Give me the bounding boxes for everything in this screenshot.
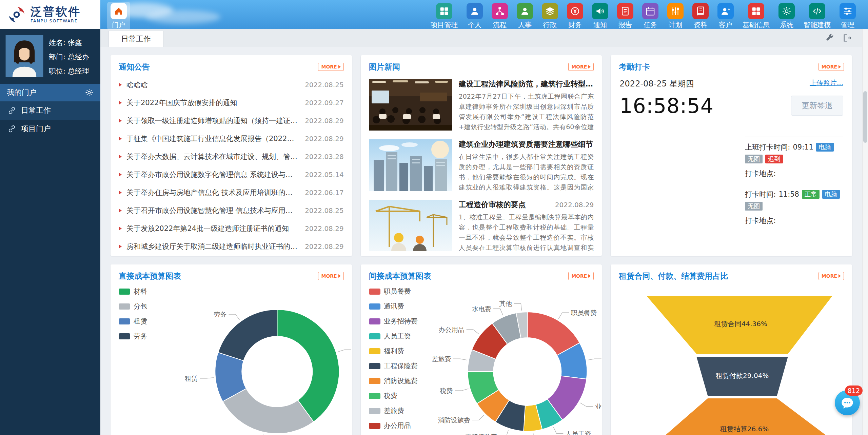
tab-daily-work[interactable]: 日常工作 bbox=[108, 31, 163, 47]
topbar-module-notification[interactable]: 通知 bbox=[589, 2, 612, 30]
attendance-more-button[interactable]: MORE bbox=[818, 63, 844, 71]
notices-more-button[interactable]: MORE bbox=[318, 63, 343, 71]
more-label: MORE bbox=[822, 64, 837, 70]
notice-item[interactable]: 关于举办大数据、云计算技术在城市建设、规划、管理与...2022.03.28 bbox=[111, 147, 352, 165]
legend-item-4[interactable]: 福利费 bbox=[369, 347, 418, 356]
status-badge: 无图 bbox=[745, 155, 763, 163]
slice-label: 其他 bbox=[499, 300, 512, 307]
notice-title: 关于举办大数据、云计算技术在城市建设、规划、管理与... bbox=[126, 152, 299, 161]
legend-item-8[interactable]: 差旅费 bbox=[369, 406, 418, 415]
portal-icon bbox=[111, 3, 127, 19]
system-icon bbox=[778, 3, 795, 19]
topbar-module-basic-info[interactable]: 基础信息 bbox=[739, 2, 773, 30]
donut-slice-1[interactable] bbox=[223, 389, 314, 434]
notice-item[interactable]: 关于举办市政公用设施数字化管理信息 系统建设与应用培...2022.05.14 bbox=[111, 165, 352, 183]
sidebar-item-daily-work[interactable]: 日常工作 bbox=[0, 101, 100, 120]
app-logo: 泛普软件 FANPU SOFTWARE bbox=[0, 0, 100, 29]
notice-item[interactable]: 于征集《中国建筑施工行业信息化发展报告（2022）—BI...2022.08.2… bbox=[111, 130, 352, 147]
signout-button[interactable]: 更新签退 bbox=[791, 96, 843, 116]
legend-label: 劳务 bbox=[134, 332, 147, 341]
sidebar-portal-header[interactable]: 我的门户 bbox=[0, 84, 100, 101]
rental-funnel-chart: 租赁合同44.36%租赁付款29.04%租赁结算26.6% bbox=[611, 285, 852, 435]
basic-info-icon bbox=[748, 3, 764, 19]
legend-swatch bbox=[369, 318, 380, 324]
link-icon bbox=[7, 124, 16, 133]
topbar-module-portal[interactable]: 门户 bbox=[107, 2, 130, 30]
gear-icon[interactable] bbox=[85, 88, 94, 97]
notice-item[interactable]: 关于发放2022年第24批一级建造师注册证书的通知2022.08.29 bbox=[111, 219, 352, 237]
indirect-cost-more-button[interactable]: MORE bbox=[568, 272, 594, 280]
notice-item[interactable]: 啥啥啥2022.08.25 bbox=[111, 76, 352, 94]
topbar-module-documents[interactable]: 资料 bbox=[689, 2, 712, 30]
topbar-module-personal[interactable]: 个人 bbox=[463, 2, 486, 30]
panel-news: 图片新闻 MORE 建设工程法律风险防范，建筑行业转型升级之路暨沙龙2022年7… bbox=[361, 55, 602, 256]
customer-icon bbox=[717, 3, 734, 19]
topbar-module-workflow[interactable]: 流程 bbox=[488, 2, 511, 30]
panel-direct-cost-title: 直接成本预算图表 bbox=[119, 271, 181, 281]
panel-indirect-cost-title: 间接成本预算图表 bbox=[369, 271, 431, 281]
sidebar-item-project-portal[interactable]: 项目门户 bbox=[0, 120, 100, 138]
chat-button[interactable]: 812 bbox=[835, 390, 860, 415]
cloud-decoration bbox=[146, 10, 220, 24]
news-more-button[interactable]: MORE bbox=[568, 63, 594, 71]
topbar-module-plan[interactable]: 计划 bbox=[664, 2, 687, 30]
donut-slice-0[interactable] bbox=[277, 310, 339, 422]
legend-item-3[interactable]: 人员工资 bbox=[369, 332, 418, 341]
scrollbar-thumb[interactable] bbox=[863, 91, 867, 143]
legend-item-6[interactable]: 消防设施费 bbox=[369, 376, 418, 385]
donut-slice-3[interactable] bbox=[218, 310, 277, 361]
legend-item-9[interactable]: 办公用品 bbox=[369, 421, 418, 430]
attendance-record-line: 打卡时间:11:58正常电脑无图 bbox=[745, 190, 843, 211]
topbar-module-task[interactable]: 任务 bbox=[639, 2, 662, 30]
legend-label: 差旅费 bbox=[384, 406, 404, 415]
legend-label: 租赁 bbox=[134, 317, 147, 326]
notice-item[interactable]: 房和城乡建设厅关于取消二级建造师临时执业证书的公告2022.08.29 bbox=[111, 237, 352, 255]
wrench-icon[interactable] bbox=[825, 33, 834, 43]
legend-item-5[interactable]: 工程保险费 bbox=[369, 361, 418, 371]
tabbar: 日常工作 bbox=[100, 29, 862, 47]
panel-attendance: 考勤打卡 MORE 2022-08-25 星期四 16:58:54 上传照片..… bbox=[611, 55, 852, 256]
notice-item[interactable]: 关于2022年国庆节放假安排的通知2022.09.27 bbox=[111, 94, 352, 112]
logo-subtitle: FANPU SOFTWARE bbox=[31, 18, 81, 23]
notice-item[interactable]: 关于召开市政公用设施智慧化管理 信息技术与应用培训班...2022.08.25 bbox=[111, 201, 352, 219]
news-item[interactable]: 建筑企业办理建筑资质需要注意哪些细节在日常生活中，很多人都非常关注建筑工程资质的… bbox=[361, 136, 602, 196]
news-summary: 在日常生活中，很多人都非常关注建筑工程资质的办理，尤其是一些部门需要相关的资质证… bbox=[459, 152, 594, 193]
legend-swatch bbox=[119, 318, 130, 324]
logout-icon[interactable] bbox=[843, 33, 852, 43]
bullet-icon bbox=[119, 155, 122, 159]
legend-item-2[interactable]: 业务招待费 bbox=[369, 317, 418, 326]
legend-item-7[interactable]: 税费 bbox=[369, 391, 418, 400]
topbar-module-customer[interactable]: 客户 bbox=[714, 2, 737, 30]
upload-photo-link[interactable]: 上传照片... bbox=[810, 78, 843, 87]
topbar-module-smart-modeling[interactable]: 智能建模 bbox=[800, 2, 834, 30]
legend-item-2[interactable]: 租赁 bbox=[119, 317, 147, 326]
topbar-module-system[interactable]: 系统 bbox=[775, 2, 798, 30]
legend-item-0[interactable]: 材料 bbox=[119, 287, 147, 296]
topbar-module-finance[interactable]: 财务 bbox=[564, 2, 587, 30]
module-label: 行政 bbox=[543, 20, 557, 29]
topbar-module-administration[interactable]: 行政 bbox=[538, 2, 561, 30]
topbar-module-management[interactable]: 管理 bbox=[836, 2, 859, 30]
news-item[interactable]: 建设工程法律风险防范，建筑行业转型升级之路暨沙龙2022年7月27日下午，土筑虎… bbox=[361, 76, 602, 136]
legend-item-1[interactable]: 分包 bbox=[119, 302, 147, 311]
more-label: MORE bbox=[321, 64, 337, 70]
rental-more-button[interactable]: MORE bbox=[818, 272, 844, 280]
topbar-module-report[interactable]: 报告 bbox=[614, 2, 637, 30]
panel-direct-cost-chart: 直接成本预算图表 MORE 材料分包租赁劳务 材料分包租赁劳务 bbox=[111, 264, 352, 435]
legend-item-3[interactable]: 劳务 bbox=[119, 332, 147, 341]
legend-item-0[interactable]: 职员餐费 bbox=[369, 287, 418, 296]
topbar-module-hr[interactable]: 人事 bbox=[513, 2, 536, 30]
module-label: 通知 bbox=[593, 20, 607, 29]
notice-item[interactable]: 关于领取一级注册建造师增项贴的通知（须持一建证书前...2022.08.29 bbox=[111, 112, 352, 130]
smart-modeling-icon bbox=[809, 3, 825, 19]
legend-swatch bbox=[369, 378, 380, 384]
topbar-module-project-management[interactable]: 项目管理 bbox=[427, 2, 461, 30]
label-line bbox=[558, 313, 569, 319]
legend-item-1[interactable]: 通讯费 bbox=[369, 302, 418, 311]
notice-item[interactable]: 关于举办住房与房地产信息化 技术及应用培训班的通知2022.06.17 bbox=[111, 183, 352, 201]
news-summary: 1、核准工程量。工程量是编制决算最基本的内容，也是整个工程取费和计税的基础。工程… bbox=[459, 212, 594, 253]
page-scrollbar[interactable] bbox=[862, 29, 868, 435]
direct-cost-more-button[interactable]: MORE bbox=[318, 272, 343, 280]
news-item[interactable]: 工程造价审核的要点2022.08.291、核准工程量。工程量是编制决算最基本的内… bbox=[361, 196, 602, 256]
attendance-record-label: 打卡时间: bbox=[745, 190, 776, 199]
